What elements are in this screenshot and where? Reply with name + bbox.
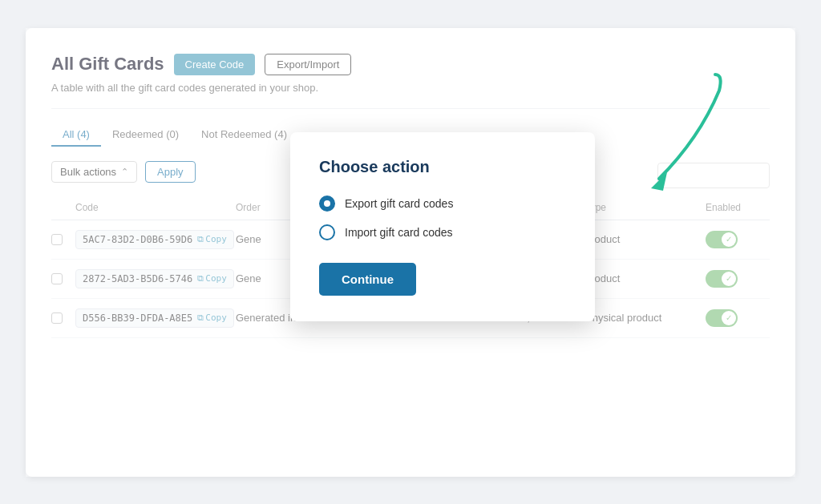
import-label: Import gift card codes [345,226,453,239]
import-option[interactable]: Import gift card codes [319,224,566,240]
modal-overlay: Choose action Export gift card codes Imp… [26,28,795,477]
import-radio[interactable] [319,224,335,240]
radio-group: Export gift card codes Import gift card … [319,196,566,240]
export-option[interactable]: Export gift card codes [319,196,566,212]
choose-action-modal: Choose action Export gift card codes Imp… [290,132,595,321]
export-radio[interactable] [319,196,335,212]
continue-button[interactable]: Continue [319,263,416,296]
export-label: Export gift card codes [345,197,453,210]
modal-title: Choose action [319,158,566,176]
